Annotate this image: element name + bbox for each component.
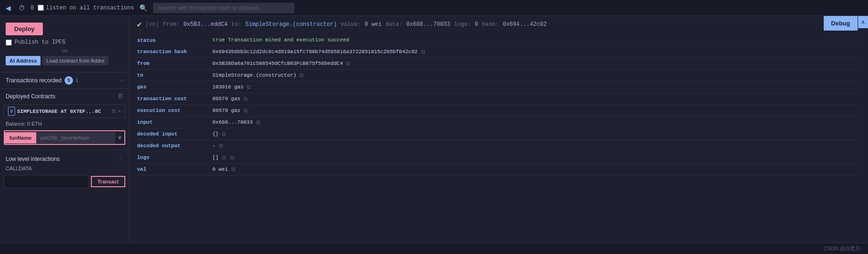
listen-checkbox-input[interactable]: [38, 5, 44, 11]
detail-value: 0x5B38Da6a701c568545dCfcB03FcB875f56bedd…: [212, 60, 351, 67]
transaction-header: ✔ [vm] from: 0x5B3...eddC4 to: SimpleSto…: [137, 20, 860, 29]
copy-button[interactable]: ⧉: [246, 84, 252, 90]
detail-row: decoded output-⧉: [137, 140, 860, 152]
copy-button[interactable]: ⧉: [345, 60, 351, 67]
dots-icon[interactable]: ⋮: [117, 155, 123, 163]
publish-row: Publish to IPFS: [6, 39, 123, 46]
low-level-label: Low level interactions: [6, 156, 117, 162]
copy-button[interactable]: ⧉: [255, 119, 261, 126]
detail-row: from0x5B38Da6a701c568545dCfcB03FcB875f56…: [137, 58, 860, 70]
detail-value: 0x694356bb3c12d2dc6c4d819a15fc708b74d595…: [212, 48, 426, 55]
debug-chevron-icon[interactable]: ∧: [858, 16, 868, 28]
balance-row: Balance: 0 ETH: [0, 119, 129, 128]
back-icon[interactable]: ◀: [4, 3, 13, 13]
detail-key: logs: [137, 154, 212, 160]
detail-key: decoded input: [137, 131, 212, 137]
detail-value: 89579 gas⧉: [212, 107, 249, 114]
detail-value-text: SimpleStorage.(constructor): [212, 72, 296, 78]
trash-icon[interactable]: 🗑: [117, 93, 123, 100]
clock-icon[interactable]: ⏱: [16, 3, 27, 13]
from-value: 0x5B3...eddC4: [183, 21, 227, 28]
listen-checkbox-label[interactable]: listen on all transactions: [38, 5, 134, 11]
detail-key: transaction cost: [137, 95, 212, 102]
detail-value-text: 89579 gas: [212, 108, 240, 113]
debug-button[interactable]: Debug: [824, 16, 858, 31]
sidebar: Deploy Publish to IPFS OR At Address Loa…: [0, 16, 130, 243]
main-layout: Deploy Publish to IPFS OR At Address Loa…: [0, 16, 868, 243]
detail-key: gas: [137, 84, 212, 90]
contract-copy-icon[interactable]: ⧉: [112, 108, 116, 115]
detail-row: statustrue Transaction mined and executi…: [137, 35, 860, 46]
copy-button[interactable]: ⧉: [221, 154, 227, 161]
copy-button[interactable]: ⧉: [218, 143, 224, 149]
transactions-row: Transactions recorded 5 ℹ ›: [0, 72, 129, 88]
top-bar-left: ◀ ⏱ 0 listen on all transactions 🔍: [4, 3, 294, 13]
info-icon: ℹ: [76, 77, 78, 84]
calldata-row: Transact: [0, 173, 129, 190]
logs-label: logs:: [454, 21, 471, 28]
detail-key: from: [137, 60, 212, 66]
fun-name-input[interactable]: [36, 132, 115, 143]
deployed-contracts-label: Deployed Contracts: [6, 93, 117, 100]
copy-button[interactable]: ⧉: [229, 154, 235, 161]
copy-button[interactable]: ⧉: [299, 72, 305, 79]
contract-close-icon[interactable]: ✕: [118, 108, 121, 115]
transactions-chevron-icon[interactable]: ›: [120, 77, 123, 84]
search-input[interactable]: [153, 3, 294, 13]
vm-label: [vm]: [146, 21, 159, 28]
listen-label: listen on all transactions: [46, 5, 134, 11]
detail-row: transaction cost89579 gas⧉: [137, 93, 860, 105]
detail-row: logs[]⧉⧉: [137, 152, 860, 164]
copy-button[interactable]: ⧉: [221, 131, 227, 137]
publish-checkbox[interactable]: [6, 40, 12, 46]
fun-name-chevron-icon[interactable]: ∨: [115, 131, 124, 144]
detail-key: to: [137, 72, 212, 78]
detail-value-text: -: [212, 143, 216, 149]
detail-key: transaction hash: [137, 48, 212, 55]
copy-button[interactable]: ⧉: [243, 95, 249, 102]
contract-chevron-icon[interactable]: ∨: [8, 107, 15, 116]
detail-key: execution cost: [137, 107, 212, 113]
hash-label: hash:: [482, 21, 499, 28]
search-icon[interactable]: 🔍: [138, 3, 149, 13]
detail-value-text: true Transaction mined and execution suc…: [212, 37, 349, 43]
detail-value: SimpleStorage.(constructor)⧉: [212, 72, 305, 79]
load-contract-button[interactable]: Load contract from Addre: [42, 56, 108, 65]
low-level-interactions-header: Low level interactions ⋮: [0, 150, 129, 165]
detail-key: val: [137, 166, 212, 172]
deployed-contracts-header: Deployed Contracts 🗑: [0, 88, 129, 103]
detail-key: input: [137, 119, 212, 125]
detail-key: decoded output: [137, 143, 212, 149]
debug-area: Debug ∧: [824, 16, 868, 31]
logs-val: 0: [475, 21, 478, 28]
hash-val: 0x694...42c02: [503, 21, 547, 28]
publish-label: Publish to IPFS: [15, 39, 65, 46]
detail-row: val0 wei⧉: [137, 164, 860, 175]
transact-button[interactable]: Transact: [91, 176, 125, 187]
from-label: from:: [162, 21, 179, 28]
calldata-label: CALLDATA: [0, 165, 129, 173]
detail-row: execution cost89579 gas⧉: [137, 105, 860, 117]
detail-value: 0 wei⧉: [212, 166, 236, 173]
footer-text: CSDN @白鹭凡: [824, 246, 860, 251]
detail-row: gas103016 gas⧉: [137, 81, 860, 93]
detail-value: true Transaction mined and execution suc…: [212, 37, 349, 43]
value-val: 0 wei: [365, 21, 381, 28]
at-address-button[interactable]: At Address: [6, 56, 41, 65]
detail-value-text: 0x694356bb3c12d2dc6c4d819a15fc708b74d595…: [212, 49, 418, 55]
detail-row: transaction hash0x694356bb3c12d2dc6c4d81…: [137, 46, 860, 58]
calldata-input[interactable]: [4, 175, 89, 188]
transactions-label: Transactions recorded: [6, 77, 62, 84]
detail-value: 103016 gas⧉: [212, 84, 252, 90]
detail-value: 89579 gas⧉: [212, 95, 249, 102]
deploy-button[interactable]: Deploy: [6, 23, 43, 35]
copy-button[interactable]: ⧉: [420, 48, 426, 55]
detail-value: 0x608...70033⧉: [212, 119, 261, 126]
copy-button[interactable]: ⧉: [243, 107, 249, 114]
data-label: data:: [385, 21, 402, 28]
addr-row: At Address Load contract from Addre: [6, 56, 123, 65]
detail-value-text: 89579 gas: [212, 96, 240, 102]
copy-button[interactable]: ⧉: [230, 166, 236, 173]
fun-name-button[interactable]: funName: [5, 132, 36, 143]
detail-row: decoded input{}⧉: [137, 128, 860, 140]
